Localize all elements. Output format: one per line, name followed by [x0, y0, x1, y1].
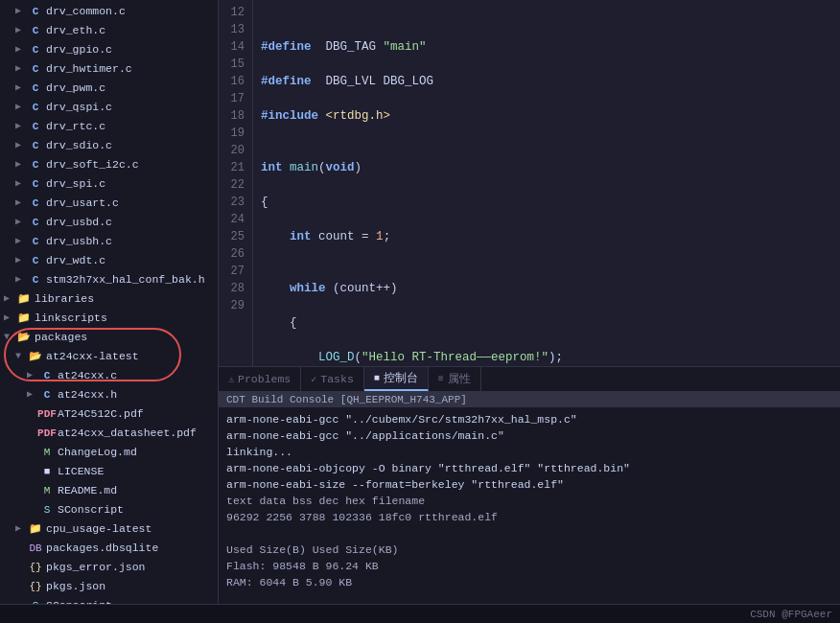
sidebar-item-stm32h7xx-hal[interactable]: ▶ C stm32h7xx_hal_conf_bak.h	[0, 270, 218, 289]
console-line: text data bss dec hex filename	[226, 493, 832, 509]
sidebar-item-at24c512c-pdf[interactable]: ▶ PDF AT24C512C.pdf	[0, 404, 218, 424]
code-line-23: LOG_D("Hello RT-Thread——eeprom!");	[261, 349, 832, 366]
pdf-icon: PDF	[40, 427, 54, 440]
sidebar-item-label: pkgs.json	[46, 578, 105, 595]
sidebar-item-packages-db[interactable]: ▶ DB packages.dbsqlite	[0, 539, 218, 558]
json-icon: {}	[29, 561, 42, 574]
sidebar-item-changelog[interactable]: ▶ M ChangeLog.md	[0, 443, 218, 462]
sidebar-item-label: drv_gpio.c	[46, 41, 112, 58]
code-editor: 12 13 14 15 16 17 18 19 20 21 22 23 24 2…	[219, 0, 840, 366]
c-file-icon: C	[29, 158, 42, 172]
folder-icon: 📁	[17, 292, 31, 306]
arrow-icon: ▶	[15, 156, 27, 173]
console-line: arm-none-eabi-gcc "../cubemx/Src/stm32h7…	[226, 411, 832, 427]
arrow-icon: ▶	[15, 271, 27, 288]
sidebar-item-drv-soft-i2c[interactable]: ▶ C drv_soft_i2c.c	[0, 155, 218, 174]
sidebar-item-readme[interactable]: ▶ M README.md	[0, 481, 218, 500]
c-file-icon: C	[29, 254, 42, 267]
sidebar-item-label: drv_hwtimer.c	[46, 60, 132, 78]
sidebar-item-label: drv_usbh.c	[46, 233, 112, 250]
code-line-15: #include <rtdbg.h>	[261, 107, 832, 125]
sidebar-item-label: drv_wdt.c	[46, 252, 105, 269]
c-file-icon: C	[29, 24, 42, 37]
sidebar-item-drv-eth[interactable]: ▶ C drv_eth.c	[0, 21, 218, 40]
c-file-icon: C	[29, 235, 42, 248]
sidebar-item-drv-spi[interactable]: ▶ C drv_spi.c	[0, 174, 218, 194]
sidebar-item-label: at24cxx_datasheet.pdf	[58, 425, 197, 442]
code-line-21: while (count++)	[261, 280, 832, 297]
sidebar-item-drv-hwtimer[interactable]: ▶ C drv_hwtimer.c	[0, 59, 218, 79]
md-icon: M	[40, 484, 54, 497]
sidebar-item-label: drv_eth.c	[46, 22, 105, 39]
console-output[interactable]: arm-none-eabi-gcc "../cubemx/Src/stm32h7…	[219, 407, 840, 604]
sidebar-item-drv-qspi[interactable]: ▶ C drv_qspi.c	[0, 98, 218, 117]
console-line: 96292 2256 3788 102336 18fc0 rtthread.el…	[226, 509, 832, 525]
console-line: linking...	[226, 444, 832, 460]
console-line: Used Size(B) Used Size(KB)	[226, 542, 832, 558]
bottom-panel: ⚠ Problems ✓ Tasks ■ 控制台 ≡ 属性 CDT Build …	[219, 366, 840, 604]
console-header: CDT Build Console [QH_EEPROM_H743_APP]	[219, 392, 840, 407]
sidebar-item-label: README.md	[58, 482, 117, 499]
packages-section: ▼ 📂 packages ▼ 📂 at24cxx-latest ▶ C at24…	[0, 328, 218, 385]
tab-properties[interactable]: ≡ 属性	[429, 367, 481, 391]
file-tree[interactable]: ▶ C drv_common.c ▶ C drv_eth.c ▶ C drv_g…	[0, 0, 219, 604]
sidebar-item-drv-usart[interactable]: ▶ C drv_usart.c	[0, 194, 218, 213]
folder-open-icon: 📂	[29, 350, 42, 363]
console-line: arm-none-eabi-objcopy -O binary "rtthrea…	[226, 460, 832, 476]
arrow-icon: ▶	[4, 290, 15, 308]
tasks-icon: ✓	[311, 374, 316, 385]
sidebar-item-drv-usbh[interactable]: ▶ C drv_usbh.c	[0, 232, 218, 251]
sidebar-item-label: pkgs_error.json	[46, 559, 146, 576]
sidebar-item-sconscript1[interactable]: ▶ S SConscript	[0, 500, 218, 519]
sidebar-item-label: packages.dbsqlite	[46, 540, 158, 557]
code-line-22: {	[261, 314, 832, 332]
console-line: arm-none-eabi-gcc "../applications/main.…	[226, 427, 832, 444]
tab-label: 属性	[448, 372, 471, 386]
console-line: RAM: 6044 B 5.90 KB	[226, 574, 832, 590]
code-line-17: int main(void)	[261, 159, 832, 176]
sidebar-item-drv-usbd[interactable]: ▶ C drv_usbd.c	[0, 213, 218, 232]
code-line-19: int count = 1;	[261, 228, 832, 245]
tab-tasks[interactable]: ✓ Tasks	[301, 367, 364, 391]
sidebar-item-packages[interactable]: ▼ 📂 packages	[0, 328, 218, 347]
c-file-icon: C	[29, 120, 42, 133]
c-file-icon: C	[29, 43, 42, 57]
arrow-icon: ▶	[15, 22, 27, 39]
tab-console[interactable]: ■ 控制台	[364, 367, 429, 391]
sidebar-item-at24cxx-h[interactable]: ▶ C at24cxx.h	[0, 385, 218, 404]
scons-icon: S	[40, 503, 54, 517]
sidebar-item-pkgs-json[interactable]: ▶ {} pkgs.json	[0, 577, 218, 596]
sidebar-item-drv-sdio[interactable]: ▶ C drv_sdio.c	[0, 136, 218, 155]
sidebar-item-linkscripts[interactable]: ▶ 📁 linkscripts	[0, 309, 218, 328]
sidebar-item-drv-pwm[interactable]: ▶ C drv_pwm.c	[0, 79, 218, 98]
console-line	[226, 590, 832, 604]
sidebar-item-at24cxx-datasheet[interactable]: ▶ PDF at24cxx_datasheet.pdf	[0, 424, 218, 443]
sidebar-item-label: at24cxx-latest	[46, 348, 139, 365]
console-line: arm-none-eabi-size --format=berkeley "rt…	[226, 476, 832, 493]
sidebar-item-license[interactable]: ▶ ■ LICENSE	[0, 462, 218, 481]
arrow-icon: ▶	[27, 386, 38, 404]
arrow-icon: ▼	[15, 348, 27, 365]
line-numbers: 12 13 14 15 16 17 18 19 20 21 22 23 24 2…	[219, 0, 253, 366]
arrow-icon: ▶	[15, 137, 27, 154]
sidebar-item-drv-rtc[interactable]: ▶ C drv_rtc.c	[0, 117, 218, 136]
sidebar-item-label: AT24C512C.pdf	[58, 405, 144, 423]
tab-label: Tasks	[320, 373, 354, 385]
code-content[interactable]: #define DBG_TAG "main" #define DBG_LVL D…	[253, 0, 840, 366]
sidebar-item-at24cxx-latest[interactable]: ▼ 📂 at24cxx-latest	[0, 347, 218, 366]
sidebar-item-label: SConscript	[58, 501, 124, 519]
sidebar-item-at24cxx-c[interactable]: ▶ C at24cxx.c	[0, 366, 218, 385]
sidebar-item-drv-wdt[interactable]: ▶ C drv_wdt.c	[0, 251, 218, 270]
sidebar-item-libraries[interactable]: ▶ 📁 libraries	[0, 289, 218, 309]
tab-label: 控制台	[384, 371, 418, 385]
sidebar-item-drv-gpio[interactable]: ▶ C drv_gpio.c	[0, 40, 218, 59]
sidebar-item-cpu-usage[interactable]: ▶ 📁 cpu_usage-latest	[0, 519, 218, 539]
tab-problems[interactable]: ⚠ Problems	[219, 367, 301, 391]
md-icon: M	[40, 446, 54, 459]
sidebar-item-drv-common[interactable]: ▶ C drv_common.c	[0, 2, 218, 21]
sidebar-item-sconscript2[interactable]: ▶ S SConscript	[0, 596, 218, 604]
sidebar-item-label: drv_pwm.c	[46, 80, 105, 97]
sidebar-item-label: at24cxx.c	[58, 367, 117, 384]
sidebar-item-label: drv_sdio.c	[46, 137, 112, 154]
sidebar-item-pkgs-error[interactable]: ▶ {} pkgs_error.json	[0, 558, 218, 577]
